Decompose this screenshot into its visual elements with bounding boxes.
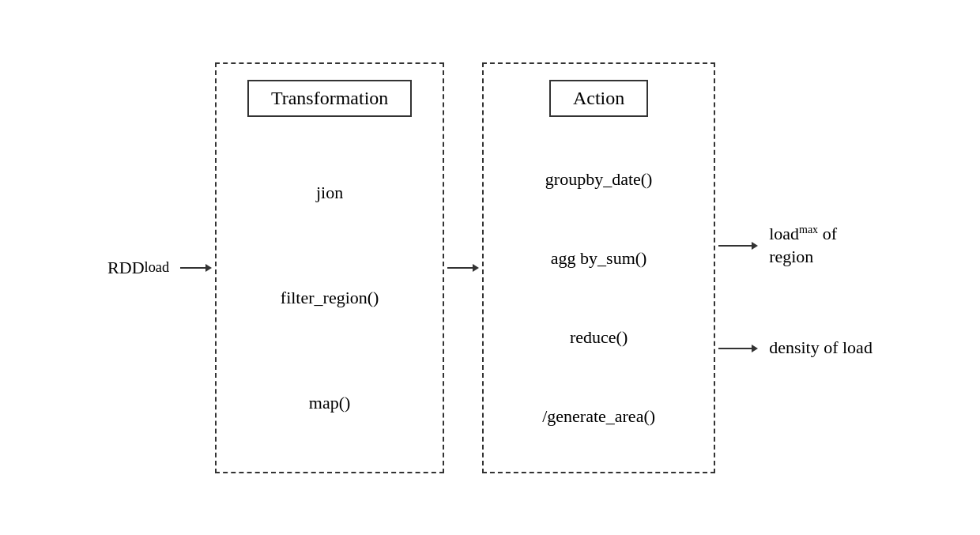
arrow-rdd-to-transform [180,260,212,276]
action-box: Action groupby_date() agg by_sum() reduc… [482,62,715,473]
transformation-item-map: map() [309,386,351,420]
output2-text: density of load [769,337,873,360]
rdd-text: RDD [107,258,144,278]
action-item-reduce: reduce() [570,321,628,354]
action-title: Action [549,80,648,117]
action-item-generate: /generate_area() [542,400,655,433]
arrow-transform-to-action [447,260,479,276]
transformation-item-filter: filter_region() [281,281,379,315]
svg-marker-3 [473,264,479,272]
action-item-agg: agg by_sum() [551,242,647,275]
rdd-subscript: load [145,259,170,276]
action-item-groupby: groupby_date() [545,163,653,196]
output1-item: loadmax ofregion [715,223,873,269]
main-diagram: RDDload Transformation jion filter_regio… [107,62,873,473]
rdd-label: RDDload [107,258,169,278]
svg-marker-7 [752,345,758,352]
transformation-items: jion filter_region() map() [224,141,435,456]
transformation-box: Transformation jion filter_region() map(… [215,62,444,473]
transformation-item-jion: jion [316,176,343,209]
output1-text: loadmax ofregion [769,223,837,269]
svg-marker-1 [205,264,212,272]
svg-marker-5 [752,242,758,250]
output2-item: density of load [715,337,873,360]
transformation-title: Transformation [247,80,412,117]
arrow-to-output1 [718,238,758,254]
arrow-to-output2 [718,341,758,356]
action-items: groupby_date() agg by_sum() reduce() /ge… [492,141,706,456]
outputs-section: loadmax ofregion density of load [715,189,873,394]
